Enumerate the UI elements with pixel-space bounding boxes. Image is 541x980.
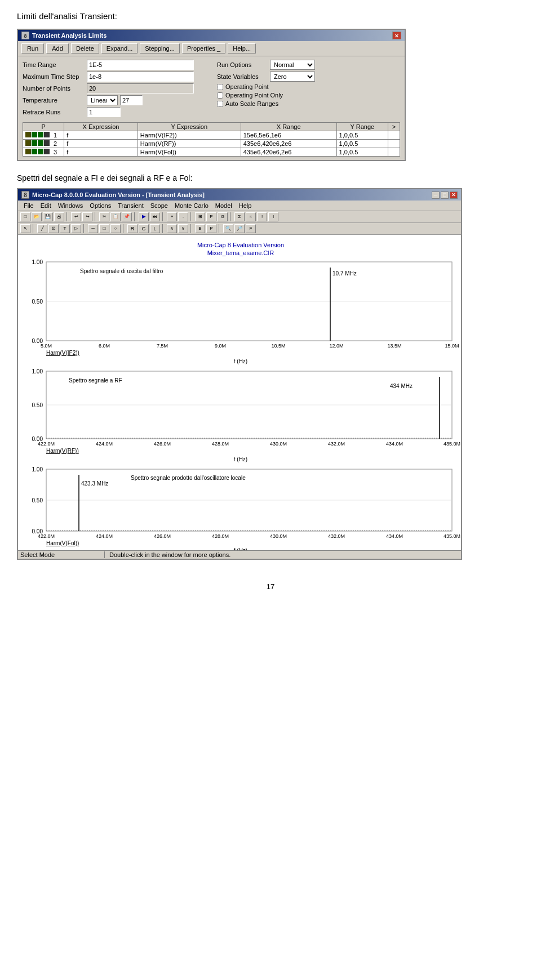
tb-undo[interactable]: ↩	[71, 212, 81, 221]
mc-toolbar2: ↖ ╱ ⊡ T ▷ ─ □ ○ R C L ∧ ∨ B P 🔍 🔎 F	[18, 223, 461, 235]
svg-text:430.0M: 430.0M	[270, 441, 287, 447]
tb-misc1[interactable]: Σ	[234, 212, 245, 221]
expression-table: P X Expression Y Expression X Range Y Ra…	[23, 122, 400, 157]
tb2-line[interactable]: ─	[88, 224, 98, 233]
svg-text:432.0M: 432.0M	[328, 533, 345, 539]
properties-button[interactable]: Properties _	[182, 43, 225, 54]
menu-options[interactable]: Options	[86, 202, 114, 210]
state-variables-select[interactable]: Zero Leave	[270, 72, 315, 82]
temperature-input[interactable]	[120, 95, 143, 105]
mc-maximize-btn[interactable]: □	[441, 191, 449, 199]
tb-open[interactable]: 📂	[32, 212, 42, 221]
temperature-select[interactable]: Linear List	[87, 95, 118, 105]
tb2-play[interactable]: ▷	[71, 224, 81, 233]
tb2-and[interactable]: ∧	[167, 224, 177, 233]
tb-misc3[interactable]: !	[257, 212, 267, 221]
operating-point-checkbox[interactable]	[217, 84, 223, 90]
mc-minimize-btn[interactable]: ─	[432, 191, 440, 199]
tb2-zoom2[interactable]: 🔎	[234, 224, 245, 233]
tb-run[interactable]: ▶	[139, 212, 149, 221]
menu-montecarlo[interactable]: Monte Carlo	[171, 202, 212, 210]
svg-text:434.0M: 434.0M	[386, 533, 403, 539]
tb2-or[interactable]: ∨	[178, 224, 188, 233]
table-row: 3 f Harm(V(Fol)) 435e6,420e6,2e6 1,0,0.5	[23, 148, 400, 157]
menu-windows[interactable]: Windows	[55, 202, 87, 210]
stepping-button[interactable]: Stepping...	[140, 43, 180, 54]
tb2-comp[interactable]: ⊡	[48, 224, 59, 233]
menu-file[interactable]: File	[20, 202, 37, 210]
tb-grid[interactable]: ⊞	[195, 212, 205, 221]
tb2-text[interactable]: T	[60, 224, 70, 233]
expand-button[interactable]: Expand...	[101, 43, 138, 54]
svg-text:424.0M: 424.0M	[96, 533, 113, 539]
tb2-wire[interactable]: ╱	[37, 224, 47, 233]
transient-dialog: 8 Transient Analysis Limits ✕ Run Add De…	[17, 29, 406, 161]
num-points-input[interactable]	[87, 83, 194, 93]
tb-step[interactable]: ⏭	[150, 212, 160, 221]
mc-title-icon: 8	[21, 191, 29, 199]
svg-text:13.5M: 13.5M	[387, 343, 401, 349]
tb-save[interactable]: 💾	[43, 212, 53, 221]
delete-button[interactable]: Delete	[71, 43, 99, 54]
tb-print[interactable]: 🖨	[54, 212, 64, 221]
tb2-c[interactable]: C	[139, 224, 149, 233]
tb2-rect[interactable]: □	[99, 224, 109, 233]
tb2-l[interactable]: L	[150, 224, 160, 233]
tb2-zoom[interactable]: 🔍	[223, 224, 233, 233]
svg-text:6.0M: 6.0M	[99, 343, 110, 349]
svg-text:Harm(V(Fol)): Harm(V(Fol))	[46, 540, 79, 546]
watermark-line2: Mixer_tema_esame.CIR	[207, 250, 274, 256]
svg-text:Harm(V(RF)): Harm(V(RF))	[46, 448, 79, 454]
dialog-title: Transient Analysis Limits	[32, 32, 107, 39]
add-button[interactable]: Add	[46, 43, 69, 54]
dialog-close-btn[interactable]: ✕	[392, 32, 401, 39]
table-row: 1 f Harm(V(IF2)) 15e6,5e6,1e6 1,0,0.5	[23, 131, 400, 140]
tb2-zoomf[interactable]: F	[246, 224, 256, 233]
menu-help[interactable]: Help	[236, 202, 255, 210]
max-time-step-input[interactable]	[87, 72, 194, 82]
tb-misc4[interactable]: I	[268, 212, 278, 221]
menu-model[interactable]: Model	[212, 202, 236, 210]
col-more: >	[388, 123, 400, 131]
tb2-b[interactable]: B	[195, 224, 205, 233]
run-options-select[interactable]: Normal Fast	[270, 60, 315, 70]
tb-cut[interactable]: ✂	[99, 212, 109, 221]
temperature-label: Temperature	[23, 97, 85, 104]
run-button[interactable]: Run	[21, 43, 44, 54]
svg-text:426.0M: 426.0M	[154, 533, 171, 539]
svg-text:422.0M: 422.0M	[38, 441, 55, 447]
svg-text:435.0M: 435.0M	[444, 533, 460, 539]
tb-props[interactable]: P	[206, 212, 216, 221]
time-range-label: Time Range	[23, 61, 85, 68]
retrace-runs-input[interactable]	[87, 107, 121, 117]
col-y-expr: Y Expression	[138, 123, 241, 131]
tb-zoom-in[interactable]: +	[167, 212, 177, 221]
menu-edit[interactable]: Edit	[37, 202, 55, 210]
svg-text:423.3 MHz: 423.3 MHz	[81, 480, 108, 487]
svg-text:430.0M: 430.0M	[270, 533, 287, 539]
tb2-r[interactable]: R	[127, 224, 138, 233]
operating-point-only-label: Operating Point Only	[225, 92, 283, 99]
mc-close-btn[interactable]: ✕	[450, 191, 458, 199]
menu-scope[interactable]: Scope	[147, 202, 171, 210]
svg-text:1.00: 1.00	[32, 466, 43, 473]
tb-misc2[interactable]: ≈	[246, 212, 256, 221]
mc-titlebar: 8 Micro-Cap 8.0.0.0 Evaluation Version -…	[18, 189, 461, 201]
tb-paste[interactable]: 📌	[122, 212, 132, 221]
tb-redo[interactable]: ↪	[82, 212, 92, 221]
tb2-ellipse[interactable]: ○	[110, 224, 121, 233]
tb-zoom-out[interactable]: -	[178, 212, 188, 221]
auto-scale-checkbox[interactable]	[217, 101, 223, 107]
menu-transient[interactable]: Transient	[114, 202, 147, 210]
svg-text:424.0M: 424.0M	[96, 441, 113, 447]
operating-point-only-checkbox[interactable]	[217, 92, 223, 99]
tb-g-btn[interactable]: G	[218, 212, 228, 221]
tb-new[interactable]: □	[20, 212, 30, 221]
tb-copy[interactable]: 📋	[110, 212, 121, 221]
tb2-p[interactable]: P	[206, 224, 216, 233]
svg-text:422.0M: 422.0M	[38, 533, 55, 539]
mc-menubar: File Edit Windows Options Transient Scop…	[18, 201, 461, 211]
tb2-select[interactable]: ↖	[20, 224, 30, 233]
help-button[interactable]: Help...	[228, 43, 256, 54]
time-range-input[interactable]	[87, 60, 194, 70]
